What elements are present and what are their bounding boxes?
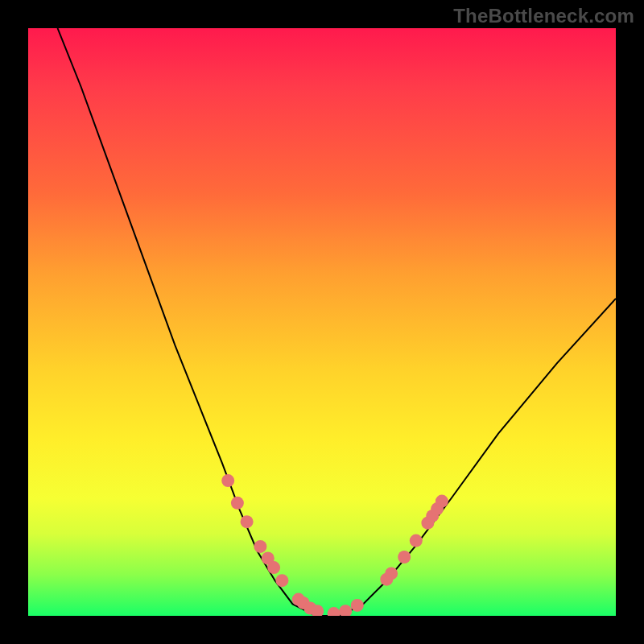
watermark-text: TheBottleneck.com: [453, 5, 634, 27]
plot-gradient-background: [28, 28, 616, 616]
chart-frame: TheBottleneck.com: [0, 0, 644, 644]
